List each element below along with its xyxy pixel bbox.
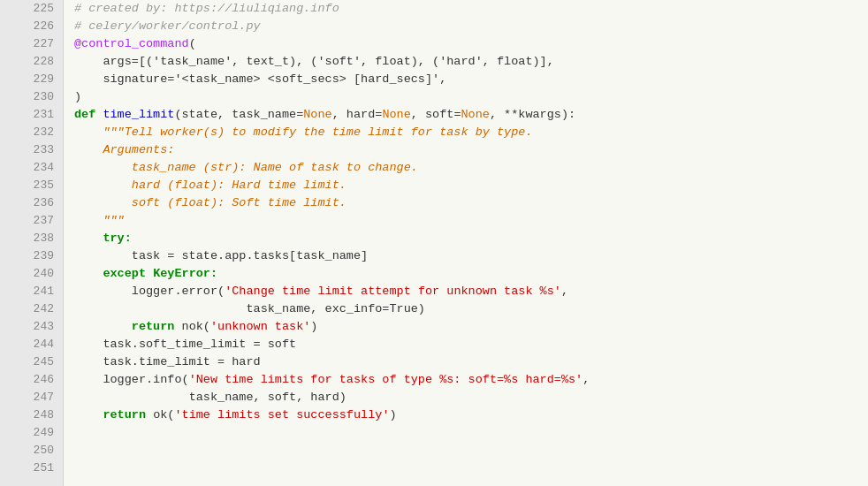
- line-238: 238: [0, 230, 63, 247]
- line-241: 241: [0, 283, 63, 300]
- code-line-234: Arguments:: [74, 141, 868, 159]
- code-line-229: signature='<task_name> <soft_secs> [hard…: [74, 71, 868, 88]
- code-line-249: logger.info('New time limits for tasks o…: [74, 371, 868, 389]
- line-230: 230: [0, 88, 63, 106]
- line-231: 231: [0, 106, 63, 124]
- code-editor: 225 226 227 228 229 230 231 232 233 234 …: [0, 0, 868, 486]
- line-246: 246: [0, 371, 63, 389]
- line-239: 239: [0, 247, 63, 265]
- code-line-251: return ok('time limits set successfully'…: [74, 406, 868, 424]
- line-235: 235: [0, 177, 63, 194]
- line-248: 248: [0, 406, 63, 424]
- line-242: 242: [0, 300, 63, 318]
- code-line-232: """Tell worker(s) to modify the time lim…: [74, 124, 868, 141]
- code-line-235: task_name (str): Name of task to change.: [74, 159, 868, 177]
- line-number-gutter: 225 226 227 228 229 230 231 232 233 234 …: [0, 0, 64, 486]
- code-line-239: try:: [74, 230, 868, 247]
- code-line-226: # celery/worker/control.py: [74, 18, 868, 35]
- line-233: 233: [0, 141, 63, 159]
- line-243: 243: [0, 318, 63, 336]
- line-232: 232: [0, 124, 63, 141]
- code-line-227: @control_command(: [74, 35, 868, 53]
- line-249: 249: [0, 424, 63, 442]
- code-line-241: except KeyError:: [74, 265, 868, 283]
- code-line-231: def time_limit(state, task_name=None, ha…: [74, 106, 868, 124]
- line-236: 236: [0, 194, 63, 212]
- line-226: 226: [0, 18, 63, 35]
- code-line-230: ): [74, 88, 868, 106]
- code-line-242: logger.error('Change time limit attempt …: [74, 283, 868, 300]
- line-247: 247: [0, 389, 63, 406]
- code-line-246: task.soft_time_limit = soft: [74, 336, 868, 353]
- code-line-247: task.time_limit = hard: [74, 353, 868, 371]
- code-line-238: """: [74, 212, 868, 230]
- line-229: 229: [0, 71, 63, 88]
- line-234: 234: [0, 159, 63, 177]
- code-line-236: hard (float): Hard time limit.: [74, 177, 868, 194]
- line-225: 225: [0, 0, 63, 18]
- code-line-240: task = state.app.tasks[task_name]: [74, 247, 868, 265]
- line-228: 228: [0, 53, 63, 71]
- line-227: 227: [0, 35, 63, 53]
- line-237: 237: [0, 212, 63, 230]
- code-line-244: return nok('unknown task'): [74, 318, 868, 336]
- line-240: 240: [0, 265, 63, 283]
- code-line-243: task_name, exc_info=True): [74, 300, 868, 318]
- line-245: 245: [0, 353, 63, 371]
- line-250: 250: [0, 442, 63, 459]
- code-line-225: # created by: https://liuliqiang.info: [74, 0, 868, 18]
- line-244: 244: [0, 336, 63, 353]
- code-line-228: args=[('task_name', text_t), ('soft', fl…: [74, 53, 868, 71]
- line-251: 251: [0, 459, 63, 477]
- code-line-237: soft (float): Soft time limit.: [74, 194, 868, 212]
- code-line-250: task_name, soft, hard): [74, 389, 868, 406]
- code-content: # created by: https://liuliqiang.info # …: [64, 0, 868, 486]
